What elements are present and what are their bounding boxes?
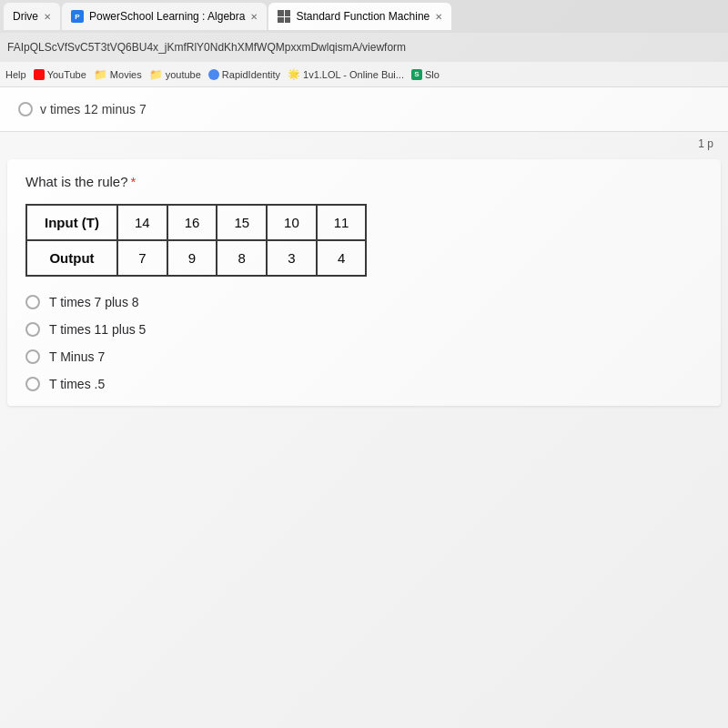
bookmark-help-label: Help <box>5 69 26 80</box>
tab-powerschool[interactable]: P PowerSchool Learning : Algebra ✕ <box>62 3 267 30</box>
tab-function-machine[interactable]: Standard Function Machine ✕ <box>268 3 451 30</box>
tab-drive-close[interactable]: ✕ <box>44 12 51 22</box>
browser-chrome: Drive ✕ P PowerSchool Learning : Algebra… <box>0 0 728 87</box>
radio-circle-1[interactable] <box>25 295 40 309</box>
radio-circle-4[interactable] <box>25 377 40 391</box>
slo-icon: S <box>411 69 422 80</box>
youtube-icon <box>34 69 45 80</box>
input-label: Input (T) <box>26 205 117 240</box>
bookmark-1v1lol-label: 1v1.LOL - Online Bui... <box>303 69 404 80</box>
radio-circle-prev[interactable] <box>18 102 33 116</box>
bookmark-1v1lol[interactable]: 🌟 1v1.LOL - Online Bui... <box>288 68 404 80</box>
input-val-2: 16 <box>167 205 217 240</box>
output-val-1: 7 <box>117 240 167 276</box>
bookmark-youtube2[interactable]: 📁 youtube <box>149 68 201 81</box>
radio-circle-2[interactable] <box>25 322 40 337</box>
output-val-5: 4 <box>317 240 367 276</box>
point-label: 1 p <box>698 137 713 150</box>
bookmark-slo[interactable]: S Slo <box>411 69 440 80</box>
star-icon: 🌟 <box>288 68 300 80</box>
prev-question-section: v times 12 minus 7 <box>0 87 728 132</box>
question-text: What is the rule?* <box>25 174 703 189</box>
output-val-3: 8 <box>217 240 267 276</box>
answer-option-1[interactable]: T times 7 plus 8 <box>25 295 703 309</box>
bookmark-youtube[interactable]: YouTube <box>34 69 86 80</box>
required-star: * <box>131 174 136 189</box>
tab-function-machine-label: Standard Function Machine <box>296 10 430 23</box>
input-val-4: 10 <box>267 205 317 240</box>
answer-option-4[interactable]: T times .5 <box>25 377 703 391</box>
folder-movies-icon: 📁 <box>94 68 107 81</box>
point-indicator: 1 p <box>0 132 728 156</box>
input-val-3: 15 <box>217 205 267 240</box>
bookmark-help[interactable]: Help <box>5 69 26 80</box>
tab-drive-label: Drive <box>13 10 38 23</box>
question-card: What is the rule?* Input (T) 14 16 15 10… <box>7 159 721 406</box>
prev-question-text: v times 12 minus 7 <box>40 102 147 116</box>
tab-powerschool-label: PowerSchool Learning : Algebra <box>89 10 245 23</box>
answer-text-4: T times .5 <box>49 377 105 391</box>
tab-powerschool-close[interactable]: ✕ <box>250 12 258 22</box>
bookmark-rapididentity-label: RapidIdentity <box>222 69 280 80</box>
bookmark-movies[interactable]: 📁 Movies <box>94 68 142 81</box>
table-output-row: Output 7 9 8 3 4 <box>26 240 366 276</box>
folder-youtube-icon: 📁 <box>149 68 163 81</box>
page-content: v times 12 minus 7 1 p What is the rule?… <box>0 87 728 728</box>
tab-drive[interactable]: Drive ✕ <box>4 3 60 30</box>
grid-icon <box>278 10 290 23</box>
prev-radio-option: v times 12 minus 7 <box>18 102 710 116</box>
output-val-4: 3 <box>267 240 317 276</box>
answer-options: T times 7 plus 8 T times 11 plus 5 T Min… <box>25 295 703 391</box>
bookmark-youtube2-label: youtube <box>166 69 201 80</box>
input-val-1: 14 <box>117 205 167 240</box>
answer-option-2[interactable]: T times 11 plus 5 <box>25 322 703 337</box>
answer-option-3[interactable]: T Minus 7 <box>25 349 703 364</box>
table-input-row: Input (T) 14 16 15 10 11 <box>26 205 366 240</box>
tab-function-machine-close[interactable]: ✕ <box>435 12 442 22</box>
input-val-5: 11 <box>317 205 367 240</box>
answer-text-1: T times 7 plus 8 <box>49 295 139 309</box>
function-table: Input (T) 14 16 15 10 11 Output 7 9 8 3 … <box>25 204 367 277</box>
radio-circle-3[interactable] <box>25 349 40 364</box>
output-label: Output <box>26 240 117 276</box>
bookmark-slo-label: Slo <box>425 69 440 80</box>
address-text[interactable]: FAIpQLScVfSvC5T3tVQ6BU4x_jKmfRlY0NdKhXMf… <box>7 41 721 54</box>
bookmarks-bar: Help YouTube 📁 Movies 📁 youtube RapidIde… <box>0 62 728 87</box>
rapididentity-icon <box>208 69 219 80</box>
output-val-2: 9 <box>167 240 217 276</box>
bookmark-youtube-label: YouTube <box>47 69 86 80</box>
bookmark-movies-label: Movies <box>110 69 142 80</box>
answer-text-3: T Minus 7 <box>49 349 105 364</box>
answer-text-2: T times 11 plus 5 <box>49 322 146 337</box>
address-bar: FAIpQLScVfSvC5T3tVQ6BU4x_jKmfRlY0NdKhXMf… <box>0 33 728 62</box>
tab-bar: Drive ✕ P PowerSchool Learning : Algebra… <box>0 0 728 33</box>
powerschool-icon: P <box>71 10 84 23</box>
bookmark-rapididentity[interactable]: RapidIdentity <box>208 69 280 80</box>
